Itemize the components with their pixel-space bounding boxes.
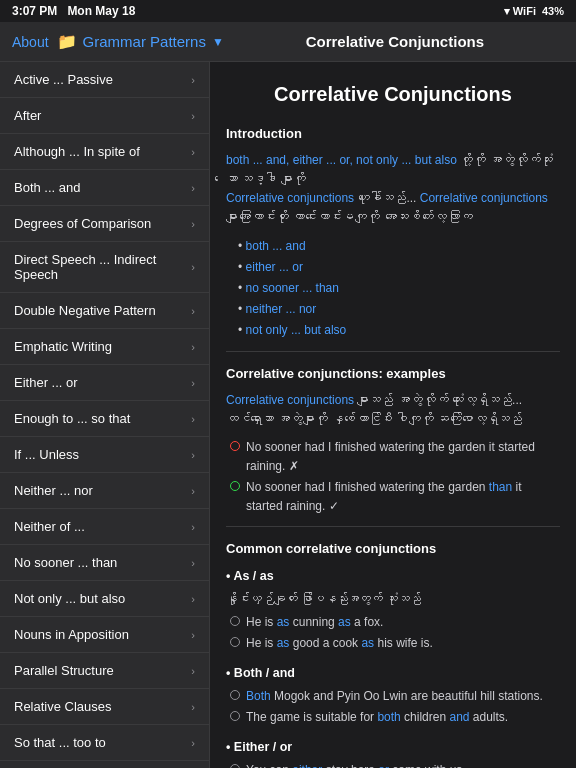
nav-title-section: 📁 Grammar Patterns ▼ [57, 32, 226, 51]
common-heading: Common correlative conjunctions [226, 539, 560, 560]
section-as-as: • As / as နှိုင်းယှဉ်ချက် ဖော်ပြနည်းအတွက… [226, 566, 560, 653]
grammar-patterns-title[interactable]: Grammar Patterns [83, 33, 206, 50]
sidebar-item-4[interactable]: Degrees of Comparison › [0, 206, 209, 242]
example-both-1: Both Mogok and Pyin Oo Lwin are beautifu… [226, 687, 560, 706]
sidebar-item-7[interactable]: Emphatic Writing › [0, 329, 209, 365]
sidebar-item-3[interactable]: Both ... and › [0, 170, 209, 206]
sidebar-item-label-4: Degrees of Comparison [14, 216, 191, 231]
bullet-item-4: neither ... nor [238, 299, 560, 320]
folder-icon: 📁 [57, 32, 77, 51]
sidebar-item-5[interactable]: Direct Speech ... Indirect Speech › [0, 242, 209, 293]
sidebar-item-10[interactable]: If ... Unless › [0, 437, 209, 473]
page-title: Correlative Conjunctions [226, 33, 564, 50]
sidebar-item-19[interactable]: So that ... enough to › [0, 761, 209, 768]
sidebar-chevron-icon-5: › [191, 261, 195, 273]
sidebar-item-label-18: So that ... too to [14, 735, 191, 750]
chevron-down-icon: ▼ [212, 35, 224, 49]
divider-2 [226, 526, 560, 527]
example-as-2: He is as good a cook as his wife is. [226, 634, 560, 653]
correct-example: No sooner had I finished watering the ga… [226, 478, 560, 516]
sidebar-item-label-6: Double Negative Pattern [14, 303, 191, 318]
sidebar-item-label-14: Not only ... but also [14, 591, 191, 606]
sidebar-item-18[interactable]: So that ... too to › [0, 725, 209, 761]
sidebar-chevron-icon-3: › [191, 182, 195, 194]
sidebar-chevron-icon-9: › [191, 413, 195, 425]
section-both-and: • Both / and Both Mogok and Pyin Oo Lwin… [226, 663, 560, 727]
sidebar-chevron-icon-17: › [191, 701, 195, 713]
sidebar-item-1[interactable]: After › [0, 98, 209, 134]
status-time: 3:07 PM Mon May 18 [12, 4, 135, 18]
sidebar-item-0[interactable]: Active ... Passive › [0, 62, 209, 98]
sidebar-chevron-icon-1: › [191, 110, 195, 122]
sidebar-chevron-icon-14: › [191, 593, 195, 605]
sidebar-item-label-5: Direct Speech ... Indirect Speech [14, 252, 191, 282]
intro-link1: both ... and, either ... or, not only ..… [226, 153, 457, 167]
sidebar-item-label-9: Enough to ... so that [14, 411, 191, 426]
bullet-item-3: no sooner ... than [238, 278, 560, 299]
sidebar-item-label-7: Emphatic Writing [14, 339, 191, 354]
sidebar-item-label-10: If ... Unless [14, 447, 191, 462]
intro-heading: Introduction [226, 124, 560, 145]
sidebar-item-label-0: Active ... Passive [14, 72, 191, 87]
sidebar-item-14[interactable]: Not only ... but also › [0, 581, 209, 617]
sidebar-chevron-icon-18: › [191, 737, 195, 749]
sidebar-chevron-icon-16: › [191, 665, 195, 677]
sidebar-item-label-12: Neither of ... [14, 519, 191, 534]
sidebar-chevron-icon-10: › [191, 449, 195, 461]
sidebar-chevron-icon-2: › [191, 146, 195, 158]
sidebar-chevron-icon-0: › [191, 74, 195, 86]
content-area: Correlative Conjunctions Introduction bo… [210, 62, 576, 768]
sidebar-item-label-17: Relative Clauses [14, 699, 191, 714]
sidebar-chevron-icon-8: › [191, 377, 195, 389]
intro-text: both ... and, either ... or, not only ..… [226, 151, 560, 228]
back-button[interactable]: About [12, 34, 49, 50]
nav-bar: About 📁 Grammar Patterns ▼ Correlative C… [0, 22, 576, 62]
sidebar-chevron-icon-13: › [191, 557, 195, 569]
sidebar-item-8[interactable]: Either ... or › [0, 365, 209, 401]
sidebar-item-9[interactable]: Enough to ... so that › [0, 401, 209, 437]
sidebar-item-label-16: Parallel Structure [14, 663, 191, 678]
section-title-both-and: • Both / and [226, 663, 560, 683]
sidebar-item-label-13: No sooner ... than [14, 555, 191, 570]
incorrect-circle [230, 441, 240, 451]
sidebar-item-label-2: Although ... In spite of [14, 144, 191, 159]
example-either-1: You can either stay here or come with us… [226, 761, 560, 768]
example-as-1: He is as cunning as a fox. [226, 613, 560, 632]
intro-bullet-list: both ... and either ... or no sooner ...… [226, 236, 560, 342]
sidebar-item-2[interactable]: Although ... In spite of › [0, 134, 209, 170]
wifi-icon: ▾ WiFi [504, 5, 536, 18]
sidebar-chevron-icon-12: › [191, 521, 195, 533]
section-title-either-or: • Either / or [226, 737, 560, 757]
sidebar: Active ... Passive › After › Although ..… [0, 62, 210, 768]
incorrect-example: No sooner had I finished watering the ga… [226, 438, 560, 476]
divider-1 [226, 351, 560, 352]
example-both-2: The game is suitable for both children a… [226, 708, 560, 727]
sidebar-chevron-icon-15: › [191, 629, 195, 641]
sidebar-item-15[interactable]: Nouns in Apposition › [0, 617, 209, 653]
sidebar-item-12[interactable]: Neither of ... › [0, 509, 209, 545]
bullet-item-5: not only ... but also [238, 320, 560, 341]
battery-indicator: 43% [542, 5, 564, 17]
sidebar-item-16[interactable]: Parallel Structure › [0, 653, 209, 689]
myanmar-as-as: နှိုင်းယှဉ်ချက် ဖော်ပြနည်းအတွက် သုံးသည် [226, 590, 560, 608]
sidebar-item-label-15: Nouns in Apposition [14, 627, 191, 642]
section-title-as-as: • As / as [226, 566, 560, 586]
sidebar-item-label-11: Neither ... nor [14, 483, 191, 498]
main-area: Active ... Passive › After › Although ..… [0, 62, 576, 768]
sidebar-item-17[interactable]: Relative Clauses › [0, 689, 209, 725]
intro-link3: Correlative conjunctions [420, 191, 548, 205]
status-indicators: ▾ WiFi 43% [504, 5, 564, 18]
examples-link: Correlative conjunctions [226, 393, 354, 407]
sidebar-item-label-8: Either ... or [14, 375, 191, 390]
sidebar-item-label-1: After [14, 108, 191, 123]
sidebar-item-label-3: Both ... and [14, 180, 191, 195]
sidebar-item-6[interactable]: Double Negative Pattern › [0, 293, 209, 329]
examples-heading: Correlative conjunctions: examples [226, 364, 560, 385]
content-main-title: Correlative Conjunctions [226, 78, 560, 110]
intro-link2: Correlative conjunctions [226, 191, 354, 205]
sidebar-item-13[interactable]: No sooner ... than › [0, 545, 209, 581]
sidebar-chevron-icon-7: › [191, 341, 195, 353]
bullet-item-1: both ... and [238, 236, 560, 257]
section-either-or: • Either / or You can either stay here o… [226, 737, 560, 768]
sidebar-item-11[interactable]: Neither ... nor › [0, 473, 209, 509]
